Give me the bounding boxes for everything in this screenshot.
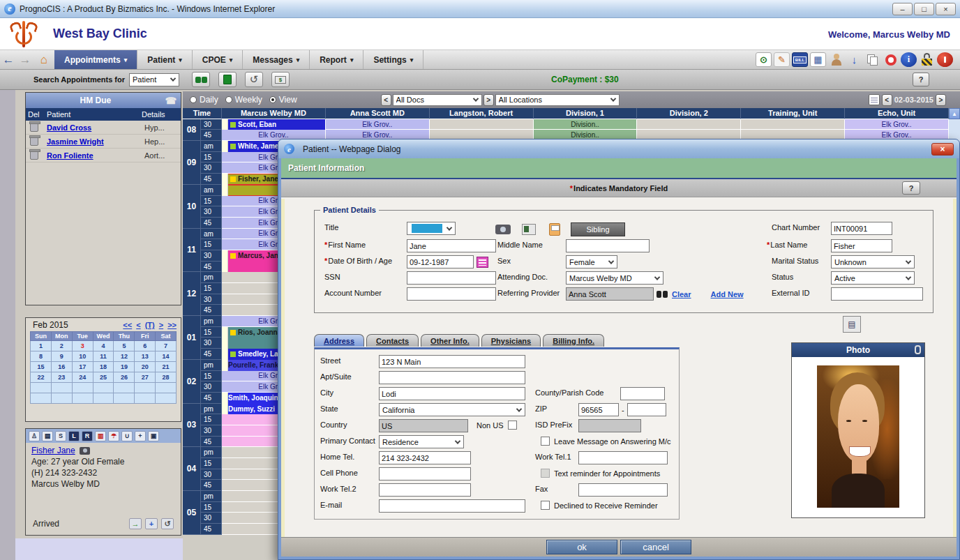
next-doc-button[interactable]: > [483, 94, 494, 106]
mini-cal-nav-2[interactable]: (T) [145, 321, 155, 329]
mini-cal-day[interactable]: 20 [135, 362, 156, 372]
next-date-button[interactable]: > [936, 94, 946, 106]
isd-prefix-input[interactable] [578, 419, 641, 432]
mini-cal-day[interactable]: 15 [31, 362, 52, 372]
primary-contact-select[interactable]: Residence [379, 435, 464, 448]
prev-date-button[interactable]: < [882, 94, 892, 106]
back-icon[interactable]: ← [0, 50, 17, 69]
mini-cal-day[interactable]: 10 [72, 351, 93, 362]
paperclip-icon[interactable] [915, 345, 921, 354]
menu-appointments[interactable]: Appointments▾ [54, 50, 137, 69]
mini-cal-day[interactable]: 1 [31, 341, 52, 351]
dob-input[interactable] [407, 255, 474, 268]
mini-cal-day[interactable] [114, 383, 135, 393]
home-tel-input[interactable] [379, 451, 471, 464]
patient-name-link[interactable]: Fisher Jane [31, 446, 75, 455]
mini-cal-day[interactable]: 5 [114, 341, 135, 351]
mini-cal-day[interactable]: 18 [93, 362, 114, 372]
compose-icon[interactable]: ✎ [774, 52, 790, 67]
mini-cal-day[interactable] [114, 393, 135, 404]
mini-cal-day[interactable] [72, 383, 93, 393]
hm-patient-link[interactable]: Ron Foliente [47, 151, 144, 160]
forward-icon[interactable]: → [129, 518, 142, 529]
non-us-checkbox[interactable] [508, 421, 517, 430]
email-input[interactable] [379, 499, 525, 513]
mini-cal-day[interactable]: 16 [51, 362, 72, 372]
patient-icon[interactable]: ♙ [29, 431, 40, 441]
mini-cal-day[interactable]: 11 [93, 351, 114, 362]
superbill-icon[interactable]: S [55, 431, 66, 441]
vitals-icon[interactable]: + [135, 431, 146, 441]
photo-capture-icon[interactable] [493, 222, 513, 237]
zip-input[interactable] [578, 403, 619, 416]
menu-cpoe[interactable]: CPOE▾ [193, 50, 243, 69]
referring-provider-input[interactable] [566, 287, 654, 301]
delete-icon[interactable] [30, 137, 38, 146]
help-button[interactable]: ? [913, 73, 929, 86]
mini-cal-day[interactable]: 23 [51, 372, 72, 383]
tab-billing-info[interactable]: Billing Info. [543, 334, 604, 347]
status-select[interactable]: Active [831, 271, 915, 285]
cancel-button[interactable]: cancel [620, 540, 691, 554]
locations-filter-select[interactable]: All Locations [495, 94, 620, 106]
schedule-slot-loc[interactable]: Elk Grov.. [326, 119, 430, 130]
tab-other-info[interactable]: Other Info. [421, 334, 479, 347]
appointment[interactable]: Scott, Eban [222, 119, 326, 130]
mini-cal-day[interactable] [31, 383, 52, 393]
mini-cal-day[interactable]: 21 [156, 362, 177, 372]
mini-cal-day[interactable]: 26 [114, 372, 135, 383]
phone-icon[interactable]: ☎ [165, 96, 177, 106]
attending-doc-select[interactable]: Marcus Welby MD [566, 271, 663, 285]
mini-cal-nav-4[interactable]: >> [167, 321, 177, 329]
external-id-input[interactable] [831, 287, 923, 301]
card-swipe-icon[interactable] [545, 222, 564, 237]
mini-cal-day[interactable]: 7 [156, 341, 177, 351]
declined-reminder-checkbox[interactable] [541, 501, 550, 510]
schedule-slot[interactable] [430, 119, 534, 130]
mini-cal-day[interactable] [93, 393, 114, 404]
print-bill-icon[interactable]: $ [271, 72, 290, 87]
capture-device-icon[interactable]: ▤ [843, 316, 861, 333]
delete-icon[interactable] [30, 123, 38, 132]
insurance-icon[interactable]: ☂ [108, 431, 119, 441]
info-icon[interactable]: i [901, 52, 917, 67]
mini-cal-nav-0[interactable]: << [123, 321, 132, 329]
mini-cal-day[interactable]: 28 [156, 372, 177, 383]
last-name-input[interactable] [831, 239, 892, 252]
schedule-slot[interactable] [637, 119, 741, 130]
close-button[interactable]: × [936, 3, 956, 15]
sibling-button[interactable]: Sibling [571, 222, 625, 236]
view-radio[interactable] [269, 96, 276, 103]
zip-ext-input[interactable] [627, 403, 666, 416]
mini-cal-day[interactable] [135, 383, 156, 393]
docs-filter-select[interactable]: All Docs [393, 94, 482, 106]
logout-icon[interactable] [937, 52, 953, 67]
documents-icon[interactable] [864, 52, 880, 67]
calendar-picker-icon[interactable] [869, 94, 880, 105]
navigate-icon[interactable]: + [145, 518, 158, 529]
mini-cal-day[interactable]: 4 [93, 341, 114, 351]
work-tel1-input[interactable] [578, 451, 668, 464]
mini-cal-day[interactable] [51, 383, 72, 393]
id-card-icon[interactable] [519, 222, 539, 237]
mini-cal-day[interactable] [156, 393, 177, 404]
reschedule-icon[interactable]: ↺ [161, 518, 174, 529]
menu-report[interactable]: Report▾ [310, 50, 363, 69]
hm-patient-link[interactable]: Jasmine Wright [47, 137, 144, 146]
history-icon[interactable]: ↺ [245, 72, 263, 87]
download-icon[interactable]: ↓ [846, 52, 862, 67]
stethoscope-icon[interactable]: ∪ [121, 431, 133, 441]
mini-cal-day[interactable]: 8 [31, 351, 52, 362]
mini-cal-day[interactable]: 24 [72, 372, 93, 383]
weekly-radio[interactable] [225, 96, 232, 103]
menu-messages[interactable]: Messages▾ [243, 50, 310, 69]
schedule-icon[interactable]: ▦ [810, 52, 826, 67]
mini-cal-day[interactable]: 22 [31, 372, 52, 383]
mini-cal-day[interactable] [135, 393, 156, 404]
scroll-up-icon[interactable]: ▲ [949, 108, 960, 119]
mini-cal-day[interactable]: 9 [51, 351, 72, 362]
tab-physicians[interactable]: Physicians [481, 334, 541, 347]
menu-patient[interactable]: Patient▾ [137, 50, 193, 69]
county-code-input[interactable] [620, 387, 665, 400]
middle-name-input[interactable] [566, 239, 650, 252]
